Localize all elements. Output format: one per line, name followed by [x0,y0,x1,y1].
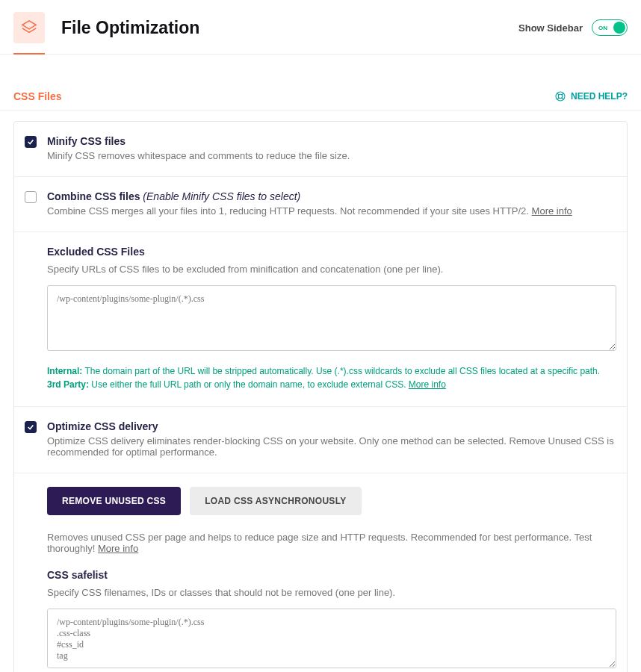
combine-title: Combine CSS files (Enable Minify CSS fil… [47,190,616,202]
combine-desc: Combine CSS merges all your files into 1… [47,205,616,217]
svg-line-3 [557,93,559,95]
svg-marker-0 [22,21,36,29]
combine-more-info[interactable]: More info [532,205,572,217]
combine-desc-text: Combine CSS merges all your files into 1… [47,205,529,217]
minify-title: Minify CSS files [47,135,616,147]
tab-indicator [13,53,45,55]
section-title: CSS Files [13,90,62,102]
need-help-label: NEED HELP? [571,91,628,102]
option-combine: Combine CSS files (Enable Minify CSS fil… [14,177,627,232]
remove-unused-css-button[interactable]: REMOVE UNUSED CSS [47,487,181,515]
minify-checkbox[interactable] [25,136,37,148]
option-minify: Minify CSS files Minify CSS removes whit… [14,122,627,177]
svg-line-5 [562,93,563,95]
optimize-result-desc: Removes unused CSS per page and helps to… [47,532,616,554]
show-sidebar-label: Show Sidebar [518,22,583,34]
hint-3rd-text: Use either the full URL path or only the… [89,379,406,390]
css-options-panel: Minify CSS files Minify CSS removes whit… [13,121,628,672]
minify-desc: Minify CSS removes whitespace and commen… [47,150,616,161]
optimize-desc: Optimize CSS delivery eliminates render-… [47,435,616,458]
optimize-content: Optimize CSS delivery Optimize CSS deliv… [47,420,616,458]
optimize-title: Optimize CSS delivery [47,420,616,432]
hint-internal-label: Internal: [47,366,82,376]
optimize-buttons: REMOVE UNUSED CSS LOAD CSS ASYNCHRONOUSL… [47,487,616,515]
page-title: File Optimization [61,18,199,38]
combine-note: (Enable Minify CSS files to select) [143,190,300,202]
excluded-hint: Internal: The domain part of the URL wil… [47,364,616,391]
optimize-more-info[interactable]: More info [98,543,138,554]
hint-3rd-label: 3rd Party: [47,379,89,390]
excluded-textarea[interactable] [47,285,616,351]
excluded-css-section: Excluded CSS Files Specify URLs of CSS f… [14,232,627,407]
option-optimize: Optimize CSS delivery Optimize CSS deliv… [14,407,627,473]
layers-icon [13,12,45,43]
load-css-async-button[interactable]: LOAD CSS ASYNCHRONOUSLY [190,487,361,515]
toggle-knob [613,22,625,34]
svg-line-4 [562,98,563,99]
excluded-more-info[interactable]: More info [409,379,446,390]
combine-content: Combine CSS files (Enable Minify CSS fil… [47,190,616,217]
header-actions: Show Sidebar ON [518,19,628,36]
safelist-desc: Specify CSS filenames, IDs or classes th… [47,587,616,598]
optimize-sub-section: REMOVE UNUSED CSS LOAD CSS ASYNCHRONOUSL… [14,473,627,672]
svg-line-6 [557,98,559,99]
combine-checkbox[interactable] [25,191,37,203]
minify-content: Minify CSS files Minify CSS removes whit… [47,135,616,161]
show-sidebar-toggle[interactable]: ON [592,19,628,36]
toggle-on-label: ON [598,25,607,31]
need-help-link[interactable]: NEED HELP? [554,90,628,102]
section-header: CSS Files NEED HELP? [0,55,641,111]
combine-title-text: Combine CSS files [47,190,140,202]
excluded-desc: Specify URLs of CSS files to be excluded… [47,264,616,275]
excluded-title: Excluded CSS Files [47,246,616,258]
hint-internal-text: The domain part of the URL will be strip… [82,366,600,376]
page-header: File Optimization Show Sidebar ON [0,0,641,55]
life-ring-icon [554,90,566,102]
svg-point-2 [558,94,562,98]
optimize-checkbox[interactable] [25,421,37,433]
safelist-title: CSS safelist [47,569,616,581]
safelist-textarea[interactable] [47,609,616,668]
